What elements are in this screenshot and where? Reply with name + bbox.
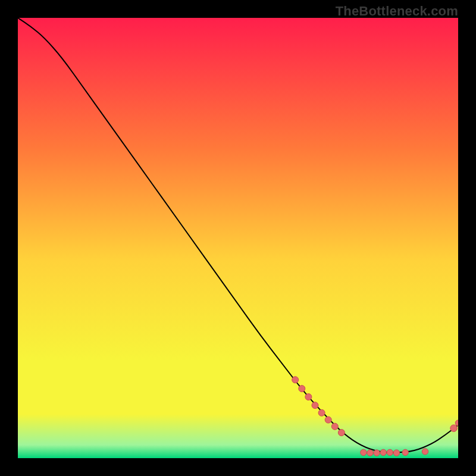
watermark-text: TheBottleneck.com — [336, 4, 458, 19]
data-dot — [367, 450, 373, 456]
data-dot — [312, 402, 318, 409]
data-dot — [325, 416, 331, 423]
data-dot — [331, 423, 338, 430]
data-dot — [387, 449, 393, 455]
gradient-background — [18, 18, 458, 458]
data-dot — [338, 430, 345, 436]
data-dot — [380, 449, 386, 455]
data-dot — [299, 386, 305, 392]
data-dot — [450, 425, 458, 432]
chart-stage: TheBottleneck.com — [0, 0, 476, 476]
data-dot — [374, 450, 380, 456]
data-dot — [393, 450, 399, 456]
data-dot — [422, 449, 428, 455]
data-dot — [361, 449, 367, 455]
chart-svg — [18, 18, 458, 458]
data-dot — [292, 377, 299, 383]
data-dot — [455, 420, 458, 426]
data-dot — [305, 394, 312, 400]
data-dot — [402, 449, 408, 455]
plot-area — [18, 18, 458, 458]
data-dot — [318, 409, 325, 416]
